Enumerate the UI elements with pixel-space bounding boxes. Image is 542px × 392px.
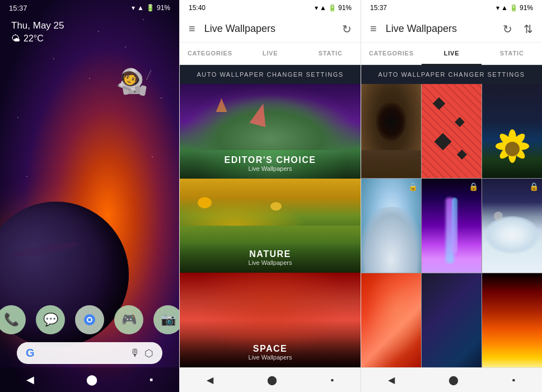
game-icon[interactable]: 🎮	[114, 305, 143, 334]
google-logo: G	[26, 347, 35, 360]
svg-rect-3	[122, 84, 129, 95]
chrome-icon[interactable]	[75, 305, 104, 334]
signal-icon: ▲	[320, 4, 326, 12]
editors-choice-label: EDITOR'S CHOICE Live Wallpapers	[180, 148, 361, 179]
battery-percent: 91%	[157, 4, 170, 12]
tab-live[interactable]: LIVE	[422, 43, 482, 65]
left-nav-bar: ◀ ⬤ ▪	[0, 367, 179, 392]
middle-status-icons: ▾ ▲ 🔋 91%	[315, 4, 352, 12]
wallpaper-cell-red-pattern[interactable]	[422, 84, 482, 178]
middle-bottom-nav: ◀ ⬤ ▪	[180, 367, 361, 392]
red-pattern-bg	[422, 84, 482, 178]
middle-phone-panel: 15:40 ▾ ▲ 🔋 91% ≡ Live Wallpapers ↻ CATE…	[179, 0, 361, 392]
wifi-icon: ▾	[496, 4, 499, 12]
left-status-bar: 15:37 ▾ ▲ 🔋 91%	[0, 0, 179, 16]
google-search-bar[interactable]: G 🎙 ⬡	[17, 342, 162, 364]
middle-app-bar: ≡ Live Wallpapers ↻	[180, 16, 361, 43]
battery-icon: 🔋	[328, 4, 337, 12]
tree-hole-bg	[361, 84, 421, 178]
app-panels: 15:40 ▾ ▲ 🔋 91% ≡ Live Wallpapers ↻ CATE…	[179, 0, 542, 392]
right-home-button[interactable]: ⬤	[440, 370, 468, 390]
middle-app-title: Live Wallpapers	[204, 23, 333, 35]
wallpaper-cell-clouds[interactable]: 🔒	[482, 179, 542, 273]
recents-button[interactable]: ▪	[145, 370, 157, 390]
middle-back-button[interactable]: ◀	[198, 370, 222, 390]
neon-waterfall-bg	[422, 179, 482, 273]
svg-rect-2	[128, 86, 141, 94]
tab-live[interactable]: LIVE	[240, 43, 301, 65]
right-back-button[interactable]: ◀	[379, 370, 404, 390]
middle-status-bar: 15:40 ▾ ▲ 🔋 91%	[180, 0, 361, 16]
space-title: SPACE	[186, 344, 354, 354]
editors-choice-title: EDITOR'S CHOICE	[186, 155, 354, 165]
right-recents-button[interactable]: ▪	[503, 371, 524, 390]
categories-list: EDITOR'S CHOICE Live Wallpapers NATURE L…	[180, 84, 361, 367]
lock-icon-clouds: 🔒	[529, 182, 539, 191]
battery-icon: 🔋	[146, 4, 155, 12]
tab-static[interactable]: STATIC	[482, 43, 542, 65]
editors-choice-subtitle: Live Wallpapers	[186, 165, 354, 172]
battery-percent: 91%	[338, 4, 352, 12]
wifi-icon: ▾	[132, 4, 135, 12]
signal-icon: ▲	[137, 4, 144, 12]
hamburger-menu-icon[interactable]: ≡	[368, 20, 379, 38]
svg-point-8	[88, 318, 91, 321]
lock-icon-neon: 🔒	[469, 182, 478, 191]
messages-icon[interactable]: 💬	[36, 305, 65, 334]
temperature: 22°C	[24, 34, 44, 44]
nature-subtitle: Live Wallpapers	[186, 259, 354, 266]
wallpaper-cell-abstract2[interactable]	[422, 273, 482, 367]
tab-static[interactable]: STATIC	[300, 43, 361, 65]
right-app-title: Live Wallpapers	[386, 23, 494, 35]
category-nature[interactable]: NATURE Live Wallpapers	[180, 179, 361, 273]
nature-title: NATURE	[186, 249, 354, 259]
sort-icon[interactable]: ⇅	[521, 20, 535, 38]
hamburger-menu-icon[interactable]: ≡	[186, 20, 198, 38]
abstract1-bg	[361, 273, 421, 367]
wallpaper-grid: 🔒 🔒 🔒	[361, 84, 542, 367]
dock-icons-row[interactable]: 📞 💬 🎮 📷	[0, 305, 179, 334]
right-time: 15:37	[370, 4, 387, 12]
abstract2-bg	[422, 273, 482, 367]
space-subtitle: Live Wallpapers	[186, 354, 354, 361]
lens-icon[interactable]: ⬡	[144, 347, 153, 360]
astronaut-graphic	[118, 67, 151, 95]
wallpaper-cell-fire[interactable]	[482, 273, 542, 367]
svg-point-1	[129, 73, 139, 84]
signal-icon: ▲	[501, 4, 508, 12]
phone-icon[interactable]: 📞	[0, 305, 26, 334]
home-button[interactable]: ⬤	[82, 369, 102, 390]
battery-icon: 🔋	[510, 4, 518, 12]
wallpaper-cell-leopard[interactable]: 🔒	[361, 179, 421, 273]
battery-percent: 91%	[520, 4, 533, 12]
right-phone-panel: 15:37 ▾ ▲ 🔋 91% ≡ Live Wallpapers ↻ ⇅ CA…	[361, 0, 542, 392]
back-button[interactable]: ◀	[22, 369, 39, 390]
tab-categories[interactable]: CATEGORIES	[180, 43, 240, 65]
weather-widget: 🌤 22°C	[11, 34, 168, 44]
camera-icon[interactable]: 📷	[153, 305, 179, 334]
wallpaper-cell-abstract1[interactable]	[361, 273, 421, 367]
microphone-icon[interactable]: 🎙	[130, 347, 140, 359]
refresh-icon[interactable]: ↻	[501, 20, 515, 38]
refresh-icon[interactable]: ↻	[340, 20, 354, 38]
fire-bg	[482, 273, 542, 367]
tab-categories[interactable]: CATEGORIES	[361, 43, 422, 65]
wallpaper-cell-tree-hole[interactable]	[361, 84, 421, 178]
current-date: Thu, May 25	[11, 20, 168, 31]
app-dock: 📞 💬 🎮 📷 G 🎙 ⬡	[0, 305, 179, 364]
middle-recents-button[interactable]: ▪	[321, 371, 343, 390]
middle-time: 15:40	[189, 4, 205, 12]
svg-rect-4	[139, 85, 147, 96]
right-banner[interactable]: AUTO WALLPAPER CHANGER SETTINGS	[361, 65, 542, 84]
wallpaper-cell-sunflower[interactable]	[482, 84, 542, 178]
right-content-area: 🔒 🔒 🔒	[361, 84, 542, 367]
wallpaper-cell-neon-waterfall[interactable]: 🔒	[422, 179, 482, 273]
middle-banner[interactable]: AUTO WALLPAPER CHANGER SETTINGS	[180, 65, 361, 84]
middle-content-area: EDITOR'S CHOICE Live Wallpapers NATURE L…	[180, 84, 361, 367]
space-label: SPACE Live Wallpapers	[180, 337, 361, 367]
svg-point-0	[127, 71, 142, 88]
middle-home-button[interactable]: ⬤	[258, 370, 286, 390]
date-weather-widget: Thu, May 25 🌤 22°C	[0, 20, 179, 44]
category-editors-choice[interactable]: EDITOR'S CHOICE Live Wallpapers	[180, 84, 361, 179]
category-space[interactable]: SPACE Live Wallpapers	[180, 273, 361, 367]
